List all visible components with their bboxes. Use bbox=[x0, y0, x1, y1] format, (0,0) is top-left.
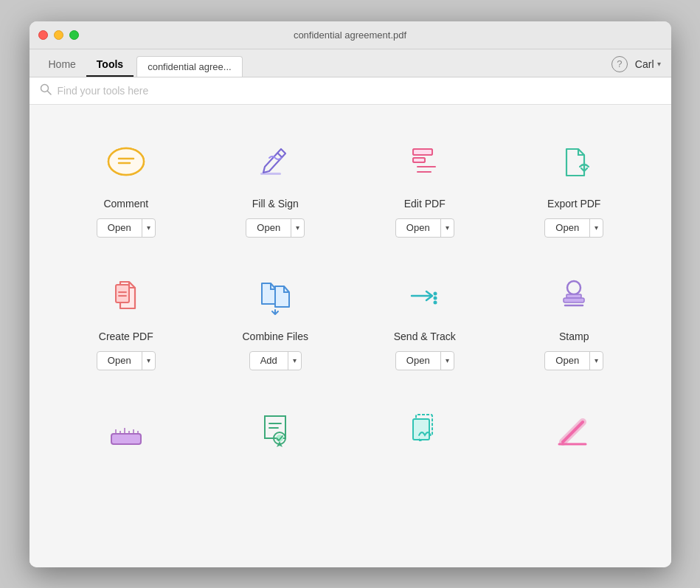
window-title: confidential agreement.pdf bbox=[294, 30, 406, 41]
combine-files-add-button[interactable]: Add bbox=[250, 352, 288, 369]
traffic-lights bbox=[38, 30, 79, 40]
tool-card-edit-pdf: Edit PDF Open ▾ bbox=[350, 120, 500, 252]
comment-open-button[interactable]: Open bbox=[97, 219, 142, 236]
tool-card-redact bbox=[499, 385, 649, 457]
organize-pages-icon bbox=[399, 407, 451, 452]
create-pdf-dropdown-button[interactable]: ▾ bbox=[142, 353, 155, 367]
tools-content: Comment Open ▾ Fill & Sign bbox=[30, 105, 671, 567]
tab-tools[interactable]: Tools bbox=[86, 53, 134, 77]
fill-sign-dropdown-button[interactable]: ▾ bbox=[291, 221, 304, 235]
edit-pdf-label: Edit PDF bbox=[404, 198, 446, 210]
comment-button-group: Open ▾ bbox=[97, 218, 156, 238]
svg-point-24 bbox=[433, 301, 437, 305]
create-pdf-label: Create PDF bbox=[99, 331, 153, 342]
svg-rect-42 bbox=[413, 419, 429, 440]
edit-pdf-icon bbox=[399, 142, 451, 186]
tools-grid: Comment Open ▾ Fill & Sign bbox=[52, 120, 649, 457]
minimize-button[interactable] bbox=[54, 30, 63, 40]
stamp-button-group: Open ▾ bbox=[544, 351, 603, 370]
close-button[interactable] bbox=[38, 30, 48, 40]
fill-sign-icon bbox=[249, 142, 301, 186]
tool-card-send-track: Send & Track Open ▾ bbox=[350, 252, 500, 385]
tool-card-measure bbox=[52, 385, 201, 457]
combine-files-label: Combine Files bbox=[243, 331, 308, 342]
export-pdf-dropdown-button[interactable]: ▾ bbox=[590, 221, 603, 235]
export-pdf-icon bbox=[548, 142, 600, 186]
tool-card-export-pdf: Export PDF Open ▾ bbox=[499, 120, 649, 252]
stamp-dropdown-button[interactable]: ▾ bbox=[590, 353, 603, 367]
help-button[interactable]: ? bbox=[611, 56, 628, 72]
svg-line-1 bbox=[47, 91, 51, 94]
stamp-label: Stamp bbox=[559, 331, 589, 342]
chevron-down-icon: ▾ bbox=[657, 60, 661, 68]
send-track-label: Send & Track bbox=[394, 331, 456, 342]
user-name: Carl bbox=[635, 58, 654, 70]
user-menu[interactable]: Carl ▾ bbox=[635, 58, 661, 70]
edit-pdf-button-group: Open ▾ bbox=[395, 218, 454, 238]
stamp-icon bbox=[548, 274, 600, 319]
searchbar bbox=[30, 77, 671, 105]
svg-point-25 bbox=[567, 281, 581, 294]
certificates-icon bbox=[249, 407, 301, 452]
stamp-open-button[interactable]: Open bbox=[545, 352, 589, 369]
tool-card-stamp: Stamp Open ▾ bbox=[499, 252, 649, 385]
combine-files-button-group: Add ▾ bbox=[249, 351, 302, 370]
create-pdf-open-button[interactable]: Open bbox=[97, 352, 142, 369]
tool-card-fill-sign: Fill & Sign Open ▾ bbox=[201, 120, 350, 252]
export-pdf-label: Export PDF bbox=[547, 198, 600, 210]
search-input[interactable] bbox=[58, 85, 661, 97]
titlebar: confidential agreement.pdf bbox=[30, 21, 671, 49]
svg-point-6 bbox=[108, 148, 144, 175]
svg-point-23 bbox=[433, 297, 437, 300]
svg-rect-17 bbox=[116, 285, 129, 302]
svg-rect-12 bbox=[413, 158, 425, 162]
fill-sign-open-button[interactable]: Open bbox=[246, 219, 291, 236]
redact-icon bbox=[548, 407, 600, 452]
send-track-open-button[interactable]: Open bbox=[396, 352, 440, 369]
search-icon bbox=[40, 83, 52, 98]
export-pdf-button-group: Open ▾ bbox=[544, 218, 603, 238]
send-track-dropdown-button[interactable]: ▾ bbox=[441, 353, 454, 367]
tool-card-combine-files: Combine Files Add ▾ bbox=[201, 252, 350, 385]
send-track-icon bbox=[399, 274, 451, 319]
tab-document[interactable]: confidential agree... bbox=[136, 56, 242, 77]
tab-home[interactable]: Home bbox=[38, 53, 86, 77]
tabbar-right: ? Carl ▾ bbox=[611, 56, 661, 72]
tool-card-organize-pages bbox=[350, 385, 500, 457]
comment-label: Comment bbox=[103, 198, 148, 210]
send-track-button-group: Open ▾ bbox=[395, 351, 454, 370]
export-pdf-open-button[interactable]: Open bbox=[545, 219, 589, 236]
tool-card-certificates bbox=[201, 385, 350, 457]
comment-icon bbox=[100, 142, 152, 186]
fill-sign-label: Fill & Sign bbox=[252, 198, 299, 210]
create-pdf-button-group: Open ▾ bbox=[97, 351, 156, 370]
maximize-button[interactable] bbox=[69, 30, 79, 40]
edit-pdf-dropdown-button[interactable]: ▾ bbox=[441, 221, 454, 235]
edit-pdf-open-button[interactable]: Open bbox=[396, 219, 440, 236]
tool-card-comment: Comment Open ▾ bbox=[52, 120, 201, 252]
combine-files-dropdown-button[interactable]: ▾ bbox=[288, 353, 301, 367]
fill-sign-button-group: Open ▾ bbox=[246, 218, 305, 238]
app-window: confidential agreement.pdf Home Tools co… bbox=[30, 21, 671, 567]
svg-point-22 bbox=[433, 292, 437, 296]
comment-dropdown-button[interactable]: ▾ bbox=[142, 221, 155, 235]
svg-rect-29 bbox=[111, 434, 141, 444]
svg-rect-13 bbox=[413, 149, 432, 155]
tool-card-create-pdf: Create PDF Open ▾ bbox=[52, 252, 201, 385]
svg-rect-27 bbox=[564, 298, 584, 302]
combine-files-icon bbox=[249, 274, 301, 319]
measure-icon bbox=[100, 407, 152, 452]
create-pdf-icon bbox=[100, 274, 152, 319]
tabbar: Home Tools confidential agree... ? Carl … bbox=[30, 49, 671, 77]
